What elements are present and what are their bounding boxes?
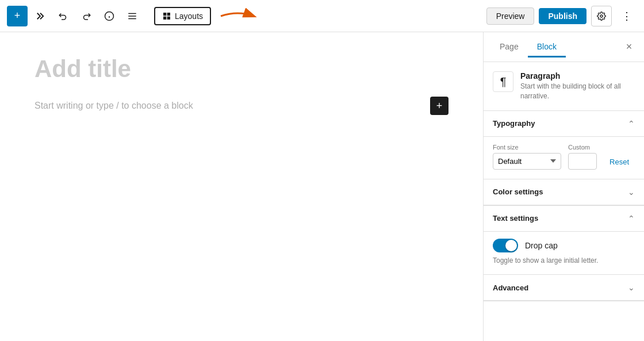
add-block-inline-button[interactable]: +: [430, 97, 448, 115]
advanced-label: Advanced: [493, 283, 528, 292]
text-settings-header[interactable]: Text settings ⌃: [484, 206, 644, 232]
color-settings-chevron-down: ⌄: [628, 187, 635, 197]
font-size-row: Font size Default Small Normal Large Lar…: [493, 144, 635, 170]
undo-button[interactable]: [53, 6, 74, 26]
svg-point-11: [600, 15, 603, 17]
block-info: ¶ Paragraph Start with the building bloc…: [484, 62, 644, 111]
text-settings-chevron-up: ⌃: [628, 214, 635, 223]
typography-label: Typography: [493, 119, 535, 128]
text-settings-section: Text settings ⌃ Drop cap Toggle to show …: [484, 206, 644, 275]
svg-rect-7: [167, 13, 170, 16]
editor-area[interactable]: Add title Start writing or type / to cho…: [0, 32, 483, 341]
text-settings-label: Text settings: [493, 214, 538, 223]
text-settings-content: Drop cap Toggle to show a large initial …: [484, 232, 644, 275]
font-size-select[interactable]: Default Small Normal Large Larger: [493, 153, 561, 170]
drop-cap-description: Toggle to show a large initial letter.: [493, 256, 635, 266]
preview-button[interactable]: Preview: [486, 7, 535, 25]
sidebar-tabs: Page Block ×: [484, 32, 644, 62]
color-settings-label: Color settings: [493, 187, 543, 196]
toolbar: + Layouts: [0, 0, 644, 32]
svg-rect-8: [163, 16, 166, 19]
redo-button[interactable]: [76, 6, 97, 26]
typography-section: Typography ⌃ Font size Default Small Nor…: [484, 111, 644, 179]
typography-section-header[interactable]: Typography ⌃: [484, 111, 644, 137]
drop-cap-row: Drop cap: [493, 239, 635, 252]
block-placeholder-text: Start writing or type / to choose a bloc…: [34, 101, 193, 111]
block-description: Start with the building block of all nar…: [520, 82, 635, 101]
more-options-button[interactable]: ⋮: [616, 6, 637, 26]
info-button[interactable]: [99, 6, 120, 26]
layouts-button[interactable]: Layouts: [154, 7, 211, 25]
custom-group: Custom: [568, 144, 597, 170]
orange-arrow: [218, 8, 258, 24]
paragraph-icon: ¶: [493, 71, 513, 92]
list-view-button[interactable]: [122, 6, 143, 26]
tools-button[interactable]: [30, 6, 51, 26]
tab-block[interactable]: Block: [528, 37, 566, 58]
advanced-chevron-down: ⌄: [628, 283, 635, 292]
typography-content: Font size Default Small Normal Large Lar…: [484, 137, 644, 179]
advanced-section-header[interactable]: Advanced ⌄: [484, 275, 644, 301]
settings-button[interactable]: [591, 6, 612, 26]
custom-label: Custom: [568, 144, 597, 151]
sidebar-tabs-group: Page Block: [490, 37, 566, 57]
svg-rect-6: [163, 13, 166, 16]
sidebar-close-button[interactable]: ×: [621, 39, 637, 55]
typography-chevron-up: ⌃: [628, 119, 635, 128]
sidebar: Page Block × ¶ Paragraph Start with the …: [483, 32, 644, 341]
toolbar-left: + Layouts: [7, 6, 258, 26]
block-name: Paragraph: [520, 71, 635, 81]
drop-cap-label: Drop cap: [525, 241, 558, 250]
add-block-toolbar-button[interactable]: +: [7, 6, 28, 26]
main-area: Add title Start writing or type / to cho…: [0, 32, 644, 341]
toggle-knob: [505, 240, 517, 251]
page-title-placeholder[interactable]: Add title: [34, 55, 448, 83]
custom-font-size-input[interactable]: [568, 153, 597, 170]
drop-cap-toggle[interactable]: [493, 239, 518, 252]
toolbar-right: Preview Publish ⋮: [486, 6, 637, 26]
advanced-section: Advanced ⌄: [484, 275, 644, 301]
reset-button[interactable]: Reset: [604, 154, 635, 170]
svg-rect-9: [167, 16, 170, 19]
arrow-annotation: Layouts: [154, 7, 258, 25]
block-info-text: Paragraph Start with the building block …: [520, 71, 635, 101]
font-size-group: Font size Default Small Normal Large Lar…: [493, 144, 561, 170]
publish-button[interactable]: Publish: [539, 8, 586, 24]
color-settings-header[interactable]: Color settings ⌄: [484, 179, 644, 205]
color-settings-section: Color settings ⌄: [484, 179, 644, 206]
block-placeholder-area: Start writing or type / to choose a bloc…: [34, 97, 448, 115]
tab-page[interactable]: Page: [490, 37, 528, 58]
font-size-label: Font size: [493, 144, 561, 151]
